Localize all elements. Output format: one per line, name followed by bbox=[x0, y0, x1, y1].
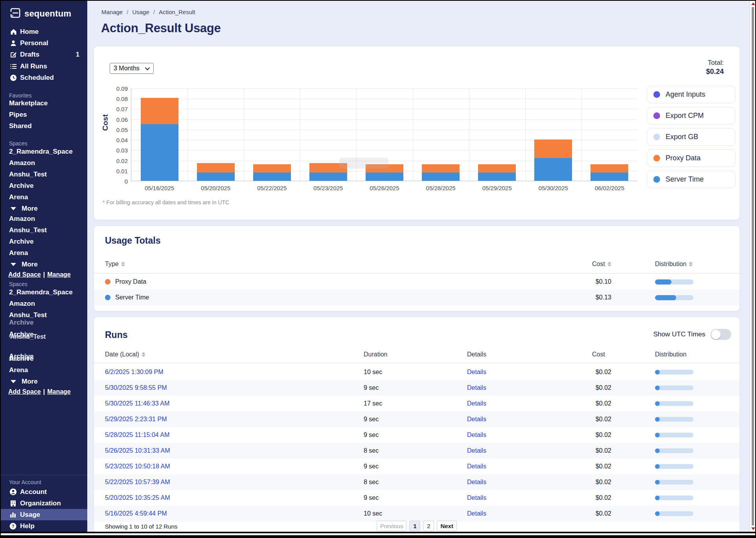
sidebar-space-arena[interactable]: Arena bbox=[1, 192, 87, 202]
sidebar-space-archive[interactable]: Archive bbox=[1, 181, 87, 191]
sidebar-space-marketplace[interactable]: Marketplace bbox=[1, 98, 87, 108]
run-details-link[interactable]: Details bbox=[467, 506, 486, 521]
bar-segment-proxy-data[interactable] bbox=[253, 164, 291, 173]
sidebar-item-personal[interactable]: Personal bbox=[1, 38, 87, 48]
sidebar-item-all-runs[interactable]: All Runs bbox=[1, 61, 87, 72]
run-date-link[interactable]: 5/20/2025 10:35:25 AM bbox=[105, 490, 170, 506]
column-header-type[interactable]: Type bbox=[105, 261, 125, 268]
sidebar-item-account[interactable]: Account bbox=[1, 486, 87, 498]
manage-spaces-link[interactable]: Manage bbox=[47, 271, 71, 278]
breadcrumb-action-result[interactable]: Action_Result bbox=[159, 9, 195, 15]
sidebar-space-glitched[interactable]: ArchiveAnshu_Test bbox=[1, 330, 87, 340]
next-page-button[interactable]: Next bbox=[437, 521, 457, 531]
sidebar-space-amazon[interactable]: Amazon bbox=[1, 299, 87, 309]
sidebar-item-help[interactable]: ?Help bbox=[1, 520, 87, 532]
bar-segment-server-time[interactable] bbox=[197, 173, 235, 181]
sidebar-space-2_ramendra_space[interactable]: 2_Ramendra_Space bbox=[1, 147, 87, 157]
bar-segment-proxy-data[interactable] bbox=[197, 163, 235, 173]
sidebar-item-drafts[interactable]: Drafts1 bbox=[1, 50, 87, 60]
bar-segment-server-time[interactable] bbox=[141, 124, 178, 181]
column-header-date-local[interactable]: Date (Local) bbox=[105, 351, 145, 358]
run-date-link[interactable]: 5/26/2025 10:31:33 AM bbox=[105, 443, 170, 459]
chart-tooltip-ghost bbox=[339, 158, 388, 169]
bar-segment-server-time[interactable] bbox=[366, 173, 403, 181]
bar-segment-proxy-data[interactable] bbox=[422, 164, 460, 173]
sidebar-item-scheduled[interactable]: Scheduled bbox=[1, 73, 87, 83]
sidebar-space-amazon[interactable]: Amazon bbox=[1, 214, 87, 224]
previous-page-button[interactable]: Previous bbox=[377, 521, 407, 531]
run-details-link[interactable]: Details bbox=[467, 490, 486, 506]
breadcrumb-manage[interactable]: Manage bbox=[101, 9, 123, 15]
bar-segment-server-time[interactable] bbox=[534, 158, 572, 181]
sidebar-space-shared[interactable]: Shared bbox=[1, 121, 87, 131]
sidebar-space-anshu_test[interactable]: Anshu_Test bbox=[1, 310, 87, 320]
run-date-link[interactable]: 5/28/2025 11:15:04 AM bbox=[105, 427, 169, 443]
run-details-link[interactable]: Details bbox=[467, 474, 486, 490]
y-axis-tick: 0.03 bbox=[116, 147, 128, 154]
sidebar-more-toggle[interactable]: More bbox=[1, 259, 87, 270]
page-button-1[interactable]: 1 bbox=[409, 521, 420, 531]
utc-times-toggle[interactable] bbox=[710, 329, 731, 340]
sidebar-space-pipes[interactable]: Pipes bbox=[1, 110, 87, 120]
sidebar-space-anshu_test[interactable]: Anshu_Test bbox=[1, 225, 87, 235]
run-date-link[interactable]: 6/2/2025 1:30:09 PM bbox=[105, 364, 164, 380]
run-date-link[interactable]: 5/29/2025 2:23:31 PM bbox=[105, 411, 167, 427]
list-icon bbox=[9, 63, 17, 70]
bar-segment-server-time[interactable] bbox=[253, 173, 291, 181]
add-space-link[interactable]: Add Space bbox=[8, 388, 41, 395]
breadcrumb-usage[interactable]: Usage bbox=[132, 9, 149, 15]
sidebar-item-organization[interactable]: Organization bbox=[1, 498, 87, 509]
run-date-link[interactable]: 5/22/2025 10:57:39 AM bbox=[105, 474, 170, 490]
run-date-link[interactable]: 5/16/2025 4:59:44 PM bbox=[105, 506, 167, 521]
scrollbar-thumb[interactable] bbox=[752, 7, 754, 525]
legend-item-export-gb[interactable]: Export GB bbox=[647, 128, 736, 146]
chevron-down-icon bbox=[11, 380, 16, 383]
run-details-link[interactable]: Details bbox=[467, 411, 486, 427]
run-cost: $0.02 bbox=[574, 490, 611, 506]
bar-segment-server-time[interactable] bbox=[422, 173, 460, 181]
legend-item-server-time[interactable]: Server Time bbox=[647, 171, 736, 188]
sidebar-space-anshu_test[interactable]: Anshu_Test bbox=[1, 169, 87, 180]
run-date-link[interactable]: 5/30/2025 11:46:33 AM bbox=[105, 396, 169, 411]
bar-segment-proxy-data[interactable] bbox=[534, 140, 572, 158]
sidebar-item-home[interactable]: Home bbox=[1, 27, 87, 37]
legend-item-proxy-data[interactable]: Proxy Data bbox=[647, 149, 736, 167]
run-details-link[interactable]: Details bbox=[467, 459, 486, 474]
sidebar-more-toggle[interactable]: More bbox=[1, 376, 87, 387]
sidebar-more-toggle[interactable]: More bbox=[1, 204, 87, 214]
date-range-select[interactable]: 3 Months bbox=[110, 63, 154, 74]
sidebar-item-usage[interactable]: Usage bbox=[1, 509, 87, 520]
manage-spaces-link[interactable]: Manage bbox=[47, 388, 71, 395]
run-details-link[interactable]: Details bbox=[467, 443, 486, 459]
run-date-link[interactable]: 5/30/2025 9:58:55 PM bbox=[105, 380, 167, 396]
add-space-link[interactable]: Add Space bbox=[8, 271, 41, 278]
sidebar-space-arena[interactable]: Arena bbox=[1, 365, 87, 375]
page-button-2[interactable]: 2 bbox=[423, 521, 434, 531]
legend-item-agent-inputs[interactable]: Agent Inputs bbox=[647, 86, 736, 103]
y-axis-tick: 0.02 bbox=[116, 157, 128, 164]
bar-segment-proxy-data[interactable] bbox=[141, 98, 178, 124]
type-label: Proxy Data bbox=[115, 278, 146, 285]
sidebar-space-amazon[interactable]: Amazon bbox=[1, 158, 87, 168]
run-details-link[interactable]: Details bbox=[467, 380, 486, 396]
column-header-cost[interactable]: Cost bbox=[592, 261, 611, 268]
x-axis-label: 06/02/2025 bbox=[595, 185, 624, 191]
bar-segment-server-time[interactable] bbox=[309, 173, 347, 181]
scroll-down-arrow-icon[interactable] bbox=[751, 527, 755, 530]
run-details-link[interactable]: Details bbox=[467, 427, 486, 443]
sidebar-space-2_ramendra_space[interactable]: 2_Ramendra_Space bbox=[1, 287, 87, 297]
bar-segment-server-time[interactable] bbox=[478, 173, 516, 181]
run-date-link[interactable]: 5/23/2025 10:50:18 AM bbox=[105, 459, 170, 474]
scroll-up-arrow-icon[interactable] bbox=[751, 2, 755, 5]
legend-item-export-cpm[interactable]: Export CPM bbox=[647, 107, 736, 125]
bar-segment-server-time[interactable] bbox=[590, 173, 628, 181]
vertical-scrollbar[interactable] bbox=[750, 1, 755, 532]
run-details-link[interactable]: Details bbox=[467, 364, 486, 380]
sidebar-space-archive[interactable]: Archive bbox=[1, 237, 87, 247]
sidebar-space-arena[interactable]: Arena bbox=[1, 248, 87, 258]
bar-segment-proxy-data[interactable] bbox=[478, 164, 516, 173]
app-logo[interactable]: sequentum bbox=[9, 7, 71, 20]
run-details-link[interactable]: Details bbox=[467, 396, 486, 411]
bar-segment-proxy-data[interactable] bbox=[590, 164, 628, 173]
column-header-distribution[interactable]: Distribution bbox=[655, 261, 693, 268]
